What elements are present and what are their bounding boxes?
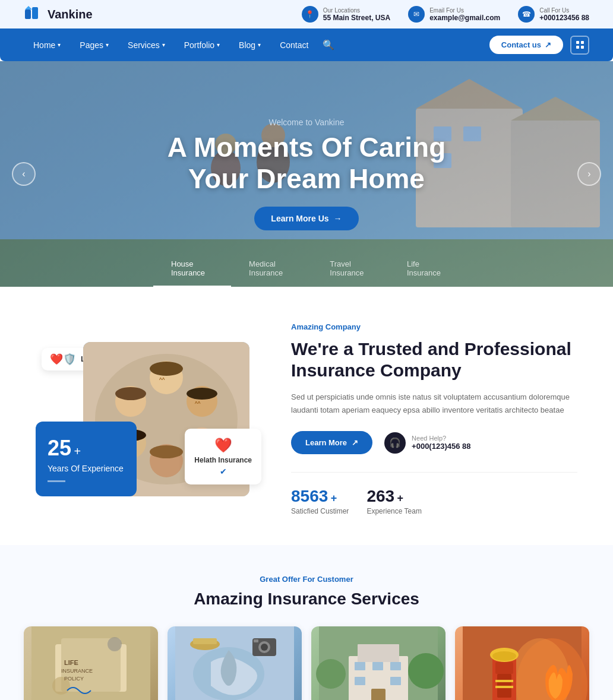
svg-text:LIFE: LIFE: [64, 659, 78, 666]
services-eyebrow: Great Offer For Customer: [24, 575, 589, 584]
service-image-fire: [455, 626, 589, 700]
nav-links: Home ▾ Pages ▾ Services ▾ Portfolio ▾ Bl…: [24, 28, 339, 61]
hero-tab-travel[interactable]: Travel Insurance: [312, 251, 389, 287]
svg-rect-55: [390, 662, 401, 670]
svg-rect-45: [254, 639, 258, 642]
svg-point-50: [408, 653, 444, 689]
logo-icon: [24, 5, 43, 24]
help-item: 🎧 Need Help? +000(123)456 88: [384, 432, 470, 454]
svg-point-39: [108, 637, 122, 651]
services-section: Great Offer For Customer Amazing Insuran…: [0, 545, 613, 700]
svg-point-49: [316, 659, 346, 689]
svg-rect-1: [32, 7, 38, 19]
hero-tab-medical[interactable]: Medical Insurance: [231, 251, 312, 287]
svg-text:^^: ^^: [159, 377, 165, 384]
svg-rect-66: [495, 662, 513, 674]
svg-rect-57: [390, 677, 401, 685]
health-checkmark-icon: ✔: [194, 467, 252, 476]
svg-text:INSURANCE: INSURANCE: [61, 668, 93, 674]
hero-section: Welcome to Vankine A Moments Of Caring Y…: [0, 61, 613, 287]
chevron-down-icon: ▾: [217, 42, 220, 48]
hero-cta-button[interactable]: Learn More Us →: [254, 207, 358, 230]
service-card-life[interactable]: LIFE INSURANCE POLICY Life insurance Con…: [24, 626, 158, 700]
stat-team: 263 + Experience Team: [366, 487, 422, 515]
svg-point-64: [492, 651, 516, 661]
chevron-down-icon: ▾: [162, 42, 165, 48]
search-icon[interactable]: 🔍: [318, 28, 339, 61]
svg-point-29: [115, 387, 146, 400]
hero-welcome: Welcome to Vankine: [168, 118, 446, 127]
learn-more-button[interactable]: Learn More ↗: [291, 431, 372, 454]
about-description: Sed ut perspiciatis unde omnis iste natu…: [291, 391, 577, 417]
logo[interactable]: Vankine: [24, 5, 93, 24]
svg-text:^^: ^^: [195, 401, 201, 407]
service-card-travel[interactable]: Travel Insurance A travel insurance poli…: [168, 626, 302, 700]
nav-portfolio[interactable]: Portfolio ▾: [175, 30, 229, 61]
services-title: Amazing Insurance Services: [24, 590, 589, 609]
years-experience-box: 25 + Years Of Experience: [36, 422, 137, 496]
service-image-life: LIFE INSURANCE POLICY: [24, 626, 158, 700]
location-label: Our Locations: [323, 7, 390, 14]
contact-us-button[interactable]: Contact us ↗: [489, 36, 563, 54]
chevron-down-icon: ▾: [258, 42, 261, 48]
email-icon: ✉: [408, 6, 425, 23]
svg-rect-58: [371, 689, 386, 700]
stat-satisfied: 8563 + Saticfied Custimer: [291, 487, 349, 515]
svg-point-44: [261, 644, 268, 651]
svg-rect-53: [355, 662, 365, 670]
location-value: 55 Main Street, USA: [323, 14, 390, 22]
svg-marker-2: [25, 6, 32, 9]
svg-text:POLICY: POLICY: [64, 676, 84, 682]
location-icon: 📍: [302, 6, 318, 23]
about-actions: Learn More ↗ 🎧 Need Help? +000(123)456 8…: [291, 431, 577, 454]
arrow-icon: ↗: [352, 438, 358, 447]
chevron-down-icon: ▾: [58, 42, 61, 48]
life-badge-icon: ❤️🛡️: [50, 353, 76, 366]
phone-contact: ☎ Call For Us +000123456 88: [518, 6, 589, 23]
nav-contact[interactable]: Contact: [270, 30, 318, 61]
phone-value: +000123456 88: [539, 14, 589, 22]
contact-items: 📍 Our Locations 55 Main Street, USA ✉ Em…: [302, 6, 589, 23]
hero-next-button[interactable]: ›: [577, 162, 601, 186]
hero-tabs: House Insurance Medical Insurance Travel…: [153, 251, 460, 287]
svg-rect-56: [355, 677, 365, 685]
about-stats: 8563 + Saticfied Custimer 263 + Experien…: [291, 472, 577, 515]
services-grid: LIFE INSURANCE POLICY Life insurance Con…: [24, 626, 589, 700]
chevron-down-icon: ▾: [106, 42, 109, 48]
about-text: Amazing Company We're a Trusted and Prof…: [291, 322, 577, 515]
hero-prev-button[interactable]: ‹: [12, 162, 36, 186]
email-contact: ✉ Email For Us example@gmail.com: [408, 6, 500, 23]
phone-label: Call For Us: [539, 7, 589, 14]
svg-rect-68: [495, 686, 513, 688]
headset-icon: 🎧: [384, 432, 406, 454]
navbar: Home ▾ Pages ▾ Services ▾ Portfolio ▾ Bl…: [0, 28, 613, 61]
hero-tab-house[interactable]: House Insurance: [153, 251, 231, 287]
nav-services[interactable]: Services ▾: [118, 30, 175, 61]
svg-rect-0: [25, 9, 31, 19]
grid-menu-icon[interactable]: [570, 36, 589, 55]
nav-pages[interactable]: Pages ▾: [70, 30, 118, 61]
nav-home[interactable]: Home ▾: [24, 30, 70, 61]
nav-blog[interactable]: Blog ▾: [229, 30, 270, 61]
email-label: Email For Us: [429, 7, 500, 14]
fire-insurance-image: [455, 626, 589, 700]
email-value: example@gmail.com: [429, 14, 500, 22]
arrow-icon: ↗: [545, 40, 551, 49]
phone-icon: ☎: [518, 6, 535, 23]
svg-rect-54: [372, 662, 383, 670]
svg-rect-67: [495, 680, 513, 682]
arrow-icon: →: [334, 214, 342, 223]
about-visual: ❤️🛡️ Life Insurance ✔: [36, 342, 261, 496]
service-image-house: [311, 626, 445, 700]
hero-title: A Moments Of Caring Your Dream Home: [168, 132, 446, 195]
life-insurance-image: LIFE INSURANCE POLICY: [24, 626, 158, 700]
service-image-travel: [168, 626, 302, 700]
svg-rect-52: [358, 644, 399, 662]
service-card-house[interactable]: House Insurance A home insurance policy …: [311, 626, 445, 700]
about-section: ❤️🛡️ Life Insurance ✔: [0, 287, 613, 545]
service-card-fire[interactable]: Fire Insurance Owns a property or has ev…: [455, 626, 589, 700]
travel-insurance-image: [168, 626, 302, 700]
top-bar: Vankine 📍 Our Locations 55 Main Street, …: [0, 0, 613, 28]
hero-tab-life[interactable]: Life Insurance: [389, 251, 460, 287]
nav-right: Contact us ↗: [489, 36, 589, 55]
